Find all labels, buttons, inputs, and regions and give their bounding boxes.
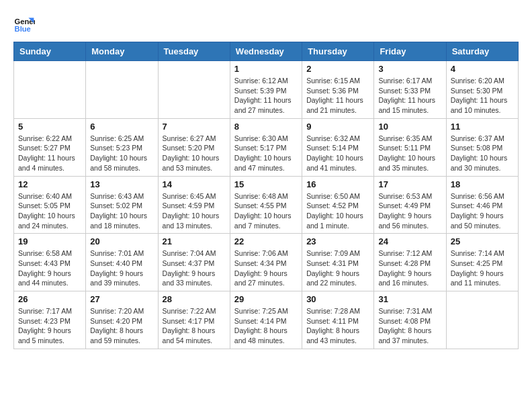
day-info: Sunrise: 7:12 AM Sunset: 4:28 PM Dayligh… bbox=[378, 248, 441, 288]
day-number: 7 bbox=[163, 122, 226, 132]
day-info: Sunrise: 6:30 AM Sunset: 5:17 PM Dayligh… bbox=[234, 134, 298, 173]
calendar-cell: 9Sunrise: 6:32 AM Sunset: 5:14 PM Daylig… bbox=[302, 118, 374, 176]
calendar-cell: 22Sunrise: 7:06 AM Sunset: 4:34 PM Dayli… bbox=[230, 234, 302, 291]
calendar-cell: 10Sunrise: 6:35 AM Sunset: 5:11 PM Dayli… bbox=[374, 118, 446, 176]
day-number: 17 bbox=[378, 179, 441, 189]
day-number: 29 bbox=[234, 294, 298, 304]
day-info: Sunrise: 6:22 AM Sunset: 5:27 PM Dayligh… bbox=[18, 134, 81, 173]
weekday-header: Sunday bbox=[14, 42, 86, 61]
calendar-cell: 1Sunrise: 6:12 AM Sunset: 5:39 PM Daylig… bbox=[230, 61, 302, 119]
calendar-cell: 7Sunrise: 6:27 AM Sunset: 5:20 PM Daylig… bbox=[158, 118, 230, 176]
day-number: 19 bbox=[18, 236, 81, 246]
calendar-week-row: 5Sunrise: 6:22 AM Sunset: 5:27 PM Daylig… bbox=[14, 118, 519, 176]
day-number: 8 bbox=[234, 122, 298, 132]
calendar-cell: 25Sunrise: 7:14 AM Sunset: 4:25 PM Dayli… bbox=[446, 234, 518, 291]
calendar-week-row: 19Sunrise: 6:58 AM Sunset: 4:43 PM Dayli… bbox=[14, 234, 519, 291]
calendar-cell: 24Sunrise: 7:12 AM Sunset: 4:28 PM Dayli… bbox=[374, 234, 446, 291]
calendar-cell bbox=[158, 61, 230, 119]
day-number: 10 bbox=[378, 122, 441, 132]
day-info: Sunrise: 7:14 AM Sunset: 4:25 PM Dayligh… bbox=[451, 248, 514, 288]
calendar-cell: 23Sunrise: 7:09 AM Sunset: 4:31 PM Dayli… bbox=[302, 234, 374, 291]
day-info: Sunrise: 7:04 AM Sunset: 4:37 PM Dayligh… bbox=[163, 248, 226, 288]
day-number: 16 bbox=[306, 179, 369, 189]
day-info: Sunrise: 7:01 AM Sunset: 4:40 PM Dayligh… bbox=[90, 248, 153, 288]
day-number: 13 bbox=[90, 179, 153, 189]
calendar-cell: 31Sunrise: 7:31 AM Sunset: 4:08 PM Dayli… bbox=[374, 291, 446, 349]
day-info: Sunrise: 7:17 AM Sunset: 4:23 PM Dayligh… bbox=[18, 306, 81, 346]
calendar-cell bbox=[446, 291, 518, 349]
day-info: Sunrise: 7:25 AM Sunset: 4:14 PM Dayligh… bbox=[234, 306, 298, 346]
day-info: Sunrise: 6:48 AM Sunset: 4:55 PM Dayligh… bbox=[234, 191, 298, 231]
weekday-header: Wednesday bbox=[230, 42, 302, 61]
day-number: 27 bbox=[90, 294, 153, 304]
calendar-cell: 28Sunrise: 7:22 AM Sunset: 4:17 PM Dayli… bbox=[158, 291, 230, 349]
day-info: Sunrise: 6:56 AM Sunset: 4:46 PM Dayligh… bbox=[451, 191, 514, 231]
calendar-cell: 16Sunrise: 6:50 AM Sunset: 4:52 PM Dayli… bbox=[302, 176, 374, 234]
calendar-cell: 12Sunrise: 6:40 AM Sunset: 5:05 PM Dayli… bbox=[14, 176, 86, 234]
day-info: Sunrise: 6:27 AM Sunset: 5:20 PM Dayligh… bbox=[163, 134, 226, 173]
day-info: Sunrise: 6:45 AM Sunset: 4:59 PM Dayligh… bbox=[163, 191, 226, 231]
day-number: 20 bbox=[90, 236, 153, 246]
day-number: 21 bbox=[163, 236, 226, 246]
day-info: Sunrise: 7:09 AM Sunset: 4:31 PM Dayligh… bbox=[306, 248, 369, 288]
calendar-table: SundayMondayTuesdayWednesdayThursdayFrid… bbox=[13, 42, 519, 349]
calendar-cell: 13Sunrise: 6:43 AM Sunset: 5:02 PM Dayli… bbox=[86, 176, 158, 234]
day-number: 25 bbox=[451, 236, 514, 246]
weekday-header: Thursday bbox=[302, 42, 374, 61]
day-info: Sunrise: 7:31 AM Sunset: 4:08 PM Dayligh… bbox=[378, 306, 441, 346]
calendar-header-row: SundayMondayTuesdayWednesdayThursdayFrid… bbox=[14, 42, 519, 61]
day-info: Sunrise: 6:15 AM Sunset: 5:36 PM Dayligh… bbox=[306, 76, 369, 116]
calendar-cell: 11Sunrise: 6:37 AM Sunset: 5:08 PM Dayli… bbox=[446, 118, 518, 176]
day-info: Sunrise: 6:35 AM Sunset: 5:11 PM Dayligh… bbox=[378, 134, 441, 173]
day-info: Sunrise: 7:28 AM Sunset: 4:11 PM Dayligh… bbox=[306, 306, 369, 346]
logo: General Blue bbox=[13, 13, 38, 35]
weekday-header: Monday bbox=[86, 42, 158, 61]
page-header: General Blue bbox=[13, 13, 519, 35]
day-info: Sunrise: 6:43 AM Sunset: 5:02 PM Dayligh… bbox=[90, 191, 153, 231]
day-info: Sunrise: 6:17 AM Sunset: 5:33 PM Dayligh… bbox=[378, 76, 441, 116]
calendar-cell: 17Sunrise: 6:53 AM Sunset: 4:49 PM Dayli… bbox=[374, 176, 446, 234]
calendar-cell: 30Sunrise: 7:28 AM Sunset: 4:11 PM Dayli… bbox=[302, 291, 374, 349]
day-info: Sunrise: 6:20 AM Sunset: 5:30 PM Dayligh… bbox=[451, 76, 514, 116]
day-info: Sunrise: 6:50 AM Sunset: 4:52 PM Dayligh… bbox=[306, 191, 369, 231]
day-number: 30 bbox=[306, 294, 369, 304]
calendar-cell: 5Sunrise: 6:22 AM Sunset: 5:27 PM Daylig… bbox=[14, 118, 86, 176]
calendar-cell: 18Sunrise: 6:56 AM Sunset: 4:46 PM Dayli… bbox=[446, 176, 518, 234]
day-number: 1 bbox=[234, 64, 298, 74]
day-number: 14 bbox=[163, 179, 226, 189]
day-number: 3 bbox=[378, 64, 441, 74]
weekday-header: Saturday bbox=[446, 42, 518, 61]
day-info: Sunrise: 6:12 AM Sunset: 5:39 PM Dayligh… bbox=[234, 76, 298, 116]
day-number: 6 bbox=[90, 122, 153, 132]
day-number: 5 bbox=[18, 122, 81, 132]
calendar-cell: 26Sunrise: 7:17 AM Sunset: 4:23 PM Dayli… bbox=[14, 291, 86, 349]
calendar-cell: 6Sunrise: 6:25 AM Sunset: 5:23 PM Daylig… bbox=[86, 118, 158, 176]
svg-text:Blue: Blue bbox=[15, 25, 31, 33]
day-number: 26 bbox=[18, 294, 81, 304]
calendar-cell: 8Sunrise: 6:30 AM Sunset: 5:17 PM Daylig… bbox=[230, 118, 302, 176]
calendar-cell: 15Sunrise: 6:48 AM Sunset: 4:55 PM Dayli… bbox=[230, 176, 302, 234]
calendar-cell: 20Sunrise: 7:01 AM Sunset: 4:40 PM Dayli… bbox=[86, 234, 158, 291]
day-info: Sunrise: 6:58 AM Sunset: 4:43 PM Dayligh… bbox=[18, 248, 81, 288]
day-number: 12 bbox=[18, 179, 81, 189]
weekday-header: Friday bbox=[374, 42, 446, 61]
day-number: 9 bbox=[306, 122, 369, 132]
weekday-header: Tuesday bbox=[158, 42, 230, 61]
day-number: 18 bbox=[451, 179, 514, 189]
day-info: Sunrise: 7:22 AM Sunset: 4:17 PM Dayligh… bbox=[163, 306, 226, 346]
day-number: 2 bbox=[306, 64, 369, 74]
day-info: Sunrise: 7:06 AM Sunset: 4:34 PM Dayligh… bbox=[234, 248, 298, 288]
calendar-cell bbox=[86, 61, 158, 119]
day-info: Sunrise: 6:40 AM Sunset: 5:05 PM Dayligh… bbox=[18, 191, 81, 231]
day-number: 22 bbox=[234, 236, 298, 246]
calendar-cell: 19Sunrise: 6:58 AM Sunset: 4:43 PM Dayli… bbox=[14, 234, 86, 291]
day-info: Sunrise: 6:53 AM Sunset: 4:49 PM Dayligh… bbox=[378, 191, 441, 231]
day-number: 4 bbox=[451, 64, 514, 74]
calendar-cell: 29Sunrise: 7:25 AM Sunset: 4:14 PM Dayli… bbox=[230, 291, 302, 349]
calendar-cell: 4Sunrise: 6:20 AM Sunset: 5:30 PM Daylig… bbox=[446, 61, 518, 119]
calendar-cell: 27Sunrise: 7:20 AM Sunset: 4:20 PM Dayli… bbox=[86, 291, 158, 349]
logo-icon: General Blue bbox=[13, 13, 35, 35]
day-info: Sunrise: 6:25 AM Sunset: 5:23 PM Dayligh… bbox=[90, 134, 153, 173]
calendar-cell: 14Sunrise: 6:45 AM Sunset: 4:59 PM Dayli… bbox=[158, 176, 230, 234]
day-number: 31 bbox=[378, 294, 441, 304]
